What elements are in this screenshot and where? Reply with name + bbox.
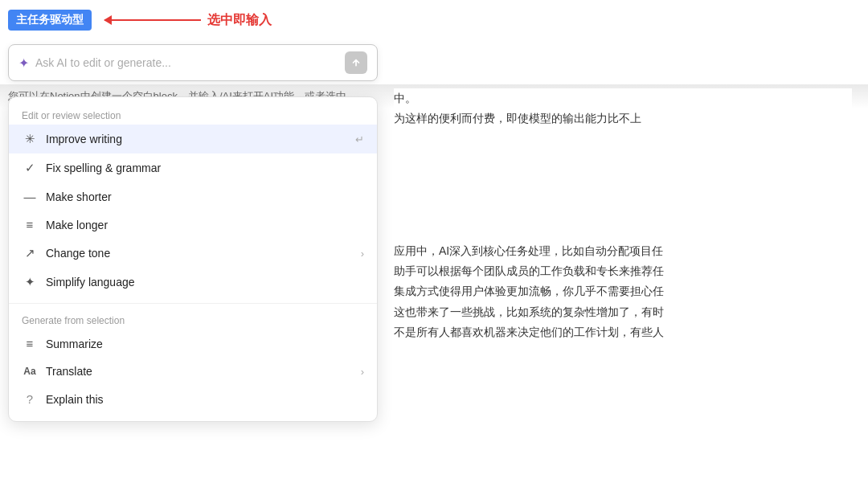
bg-top-line1: 中。 xyxy=(394,88,852,108)
menu-item-fix-spelling[interactable]: ✓ Fix spelling & grammar xyxy=(9,153,377,182)
top-bar: 主任务驱动型 选中即输入 xyxy=(8,10,272,31)
section2-label: Generate from selection xyxy=(9,310,377,330)
menu-item-summarize[interactable]: ≡ Summarize xyxy=(9,330,377,358)
menu-item-make-shorter[interactable]: — Make shorter xyxy=(9,182,377,211)
bg-mid-line5: 不是所有人都喜欢机器来决定他们的工作计划，有些人 xyxy=(394,322,852,342)
make-shorter-icon: — xyxy=(22,190,38,203)
ai-sparkle-icon: ✦ xyxy=(18,55,29,71)
menu-item-change-tone[interactable]: ↗ Change tone › xyxy=(9,239,377,268)
bg-top-line2: 为这样的便利而付费，即使模型的输出能力比不上 xyxy=(394,108,852,129)
summarize-label: Summarize xyxy=(46,338,364,350)
arrow-up-icon xyxy=(350,57,362,68)
make-longer-icon: ≡ xyxy=(22,218,38,231)
ai-submit-button[interactable] xyxy=(345,51,367,74)
bg-mid-line4: 这也带来了一些挑战，比如系统的复杂性增加了，有时 xyxy=(394,302,852,322)
fix-spelling-icon: ✓ xyxy=(22,161,38,175)
bg-top-text: 中。 为这样的便利而付费，即使模型的输出能力比不上 xyxy=(394,88,852,129)
explain-this-icon: ? xyxy=(22,392,38,406)
change-tone-icon: ↗ xyxy=(22,246,38,260)
change-tone-label: Change tone xyxy=(46,247,353,260)
fix-spelling-label: Fix spelling & grammar xyxy=(46,162,364,174)
simplify-language-label: Simplify language xyxy=(46,276,364,289)
make-longer-label: Make longer xyxy=(46,219,364,231)
simplify-language-icon: ✦ xyxy=(22,275,38,289)
menu-item-make-longer[interactable]: ≡ Make longer xyxy=(9,211,377,239)
arrow-annotation: 选中即输入 xyxy=(104,12,272,29)
selected-text-badge: 主任务驱动型 xyxy=(8,10,92,31)
explain-this-label: Explain this xyxy=(46,393,364,406)
translate-icon: Aa xyxy=(22,366,38,377)
menu-item-improve-writing[interactable]: ✳ Improve writing ↵ xyxy=(9,125,377,153)
dropdown-menu: Edit or review selection ✳ Improve writi… xyxy=(8,96,378,422)
bg-mid-line3: 集成方式使得用户体验更加流畅，你几乎不需要担心任 xyxy=(394,281,852,301)
make-shorter-label: Make shorter xyxy=(46,190,364,203)
bg-mid-line1: 应用中，AI深入到核心任务处理，比如自动分配项目任 xyxy=(394,241,852,261)
improve-writing-icon: ✳ xyxy=(22,132,38,146)
change-tone-arrow-icon: › xyxy=(361,248,364,260)
improve-writing-label: Improve writing xyxy=(46,133,347,145)
menu-item-simplify-language[interactable]: ✦ Simplify language xyxy=(9,268,377,297)
ai-input-placeholder: Ask AI to edit or generate... xyxy=(35,56,338,69)
menu-divider xyxy=(9,303,377,304)
menu-item-explain-this[interactable]: ? Explain this xyxy=(9,385,377,413)
ai-input-bar[interactable]: ✦ Ask AI to edit or generate... xyxy=(8,44,378,81)
bg-mid-text: 应用中，AI深入到核心任务处理，比如自动分配项目任 助手可以根据每个团队成员的工… xyxy=(394,241,852,342)
section1-label: Edit or review selection xyxy=(9,105,377,125)
translate-arrow-icon: › xyxy=(361,366,364,378)
annotation-text: 选中即输入 xyxy=(207,12,272,29)
summarize-icon: ≡ xyxy=(22,337,38,350)
arrow-line xyxy=(104,19,201,21)
menu-item-translate[interactable]: Aa Translate › xyxy=(9,358,377,385)
bg-mid-line2: 助手可以根据每个团队成员的工作负载和专长来推荐任 xyxy=(394,261,852,281)
improve-writing-shortcut: ↵ xyxy=(355,133,364,145)
translate-label: Translate xyxy=(46,365,353,378)
